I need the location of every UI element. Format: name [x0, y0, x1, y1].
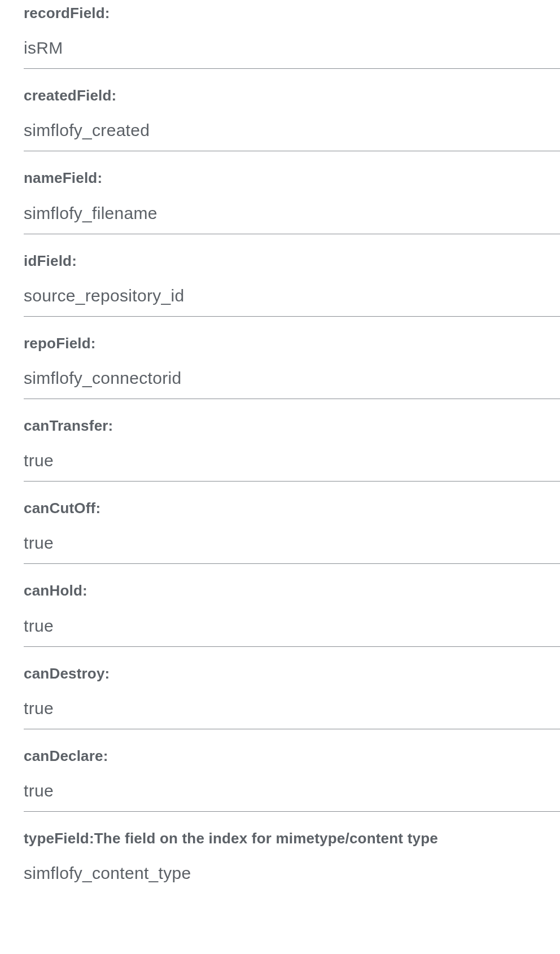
field-created: createdField: simflofy_created: [24, 87, 560, 151]
field-label: typeField:The field on the index for mim…: [24, 830, 560, 847]
field-value: simflofy_content_type: [24, 863, 560, 883]
field-can-cutoff: canCutOff: true: [24, 500, 560, 564]
field-value: source_repository_id: [24, 286, 560, 306]
field-label: nameField:: [24, 169, 560, 187]
field-label: recordField:: [24, 0, 560, 22]
field-can-declare: canDeclare: true: [24, 747, 560, 812]
field-label: canCutOff:: [24, 500, 560, 517]
field-label: createdField:: [24, 87, 560, 104]
field-can-transfer: canTransfer: true: [24, 417, 560, 482]
field-type: typeField:The field on the index for mim…: [24, 830, 560, 883]
field-value: isRM: [24, 38, 560, 58]
field-value: true: [24, 781, 560, 801]
field-value: true: [24, 698, 560, 719]
field-value: true: [24, 533, 560, 553]
field-label: canDestroy:: [24, 665, 560, 682]
field-label: idField:: [24, 252, 560, 270]
field-can-hold: canHold: true: [24, 582, 560, 646]
field-value: simflofy_connectorid: [24, 368, 560, 388]
field-label: canDeclare:: [24, 747, 560, 765]
field-value: true: [24, 616, 560, 636]
field-value: simflofy_created: [24, 120, 560, 141]
field-value: simflofy_filename: [24, 203, 560, 224]
field-label: canHold:: [24, 582, 560, 599]
field-repo: repoField: simflofy_connectorid: [24, 335, 560, 399]
field-label: canTransfer:: [24, 417, 560, 435]
field-label: repoField:: [24, 335, 560, 352]
field-record: recordField: isRM: [24, 0, 560, 69]
field-name: nameField: simflofy_filename: [24, 169, 560, 234]
field-can-destroy: canDestroy: true: [24, 665, 560, 729]
field-id: idField: source_repository_id: [24, 252, 560, 317]
field-value: true: [24, 450, 560, 471]
